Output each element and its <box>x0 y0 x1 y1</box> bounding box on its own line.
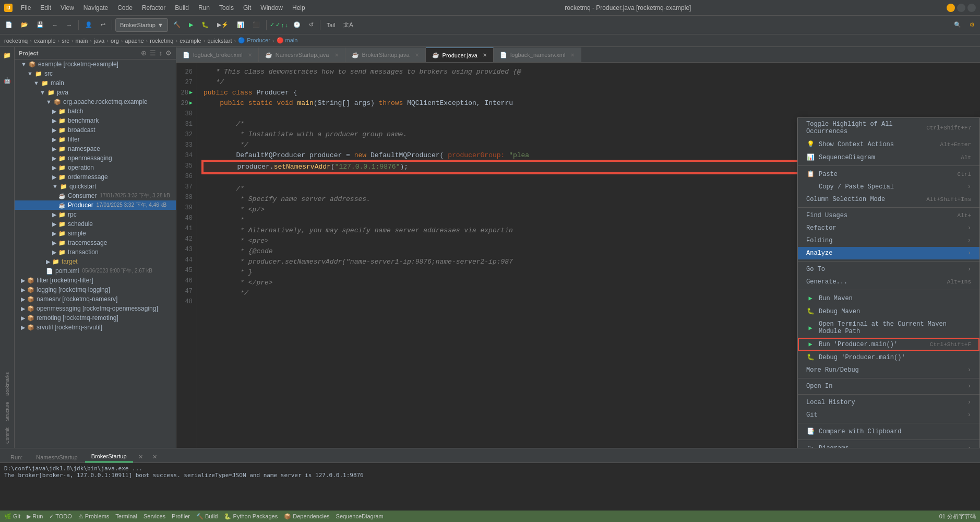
menu-build[interactable]: Build <box>171 3 193 13</box>
tree-producer[interactable]: ☕ Producer 17/01/2025 3:32 下午, 4.46 kB <box>15 200 176 210</box>
ctx-goto[interactable]: Go To › <box>798 263 979 276</box>
tree-logging-module[interactable]: ▶ 📦 logging [rocketmq-logging] <box>15 285 176 294</box>
tree-openmessaging[interactable]: ▶ 📁 openmessaging <box>15 153 176 163</box>
sort-icon[interactable]: ↕ <box>159 49 163 57</box>
breadcrumb-rocketmq2[interactable]: rocketmq <box>150 38 173 44</box>
menu-help[interactable]: Help <box>288 3 309 13</box>
ctx-folding[interactable]: Folding › <box>798 234 979 247</box>
tab-logback-namesrv[interactable]: 📄 logback_namesrv.xml ✕ <box>494 48 582 62</box>
tree-srvutil-module[interactable]: ▶ 📦 srvutil [rocketmq-srvutil] <box>15 323 176 332</box>
settings-sidebar-icon[interactable]: ⚙ <box>165 49 172 57</box>
back-button[interactable]: ← <box>49 18 61 32</box>
tree-ordermessage[interactable]: ▶ 📁 ordermessage <box>15 172 176 182</box>
tree-target[interactable]: ▶ 📁 target <box>15 257 176 266</box>
debug-button[interactable]: 🐛 <box>198 18 212 32</box>
ctx-generate[interactable]: Generate... Alt+Ins <box>798 276 979 288</box>
copilot-icon[interactable]: 🤖 <box>1 74 14 87</box>
status-services[interactable]: Services <box>144 513 165 519</box>
status-problems[interactable]: ⚠ Problems <box>78 513 110 520</box>
revert-button[interactable]: ↺ <box>306 18 317 32</box>
tree-filter-module[interactable]: ▶ 📦 filter [rocketmq-filter] <box>15 276 176 285</box>
status-python[interactable]: 🐍 Python Packages <box>224 513 278 520</box>
run-tab-broker[interactable]: BrokerStartup <box>85 451 133 462</box>
ctx-open-terminal[interactable]: ▶ Open Terminal at the Current Maven Mod… <box>798 318 979 338</box>
status-todo[interactable]: ✓ TODO <box>49 513 71 520</box>
menu-navigate[interactable]: Navigate <box>79 3 112 13</box>
tab-namesrv[interactable]: ☕ NamesrvStartup.java ✕ <box>259 48 345 62</box>
tree-transaction[interactable]: ▶ 📁 transaction <box>15 247 176 257</box>
ctx-local-history[interactable]: Local History › <box>798 396 979 409</box>
history-button[interactable]: 🕐 <box>290 18 304 32</box>
tree-benchmark[interactable]: ▶ 📁 benchmark <box>15 116 176 125</box>
ctx-refactor[interactable]: Refactor › <box>798 222 979 234</box>
user-icon-button[interactable]: 👤 <box>82 18 95 32</box>
status-build[interactable]: 🔨 Build <box>196 513 218 520</box>
status-sequence[interactable]: SequenceDiagram <box>336 513 384 519</box>
tree-batch[interactable]: ▶ 📁 batch <box>15 106 176 116</box>
ctx-analyze[interactable]: Analyze › <box>798 247 979 259</box>
tab-brokerstartup[interactable]: ☕ BrokerStartup.java ✕ <box>345 48 426 62</box>
ctx-debug-maven[interactable]: 🐛 Debug Maven <box>798 305 979 318</box>
translate-button[interactable]: 文A <box>340 18 356 32</box>
menu-run[interactable]: Run <box>194 3 214 13</box>
menu-git[interactable]: Git <box>239 3 255 13</box>
run-gutter-28[interactable]: ▶ <box>189 88 193 98</box>
project-icon[interactable]: 📁 <box>1 49 14 62</box>
run-gutter-29[interactable]: ▶ <box>189 98 193 109</box>
settings-icon[interactable]: ⚙ <box>966 18 978 32</box>
run-with-coverage-button[interactable]: ▶⚡ <box>214 18 232 32</box>
new-file-button[interactable]: 📄 <box>2 18 16 32</box>
menu-refactor[interactable]: Refactor <box>138 3 170 13</box>
menu-view[interactable]: View <box>56 3 78 13</box>
run-tab-namesrv[interactable]: NamesrvStartup <box>30 452 83 462</box>
tree-consumer[interactable]: ☕ Consumer 17/01/2025 3:32 下午, 3.28 kB <box>15 191 176 200</box>
menu-edit[interactable]: Edit <box>36 3 55 13</box>
close-tab-broker[interactable]: ✕ <box>415 52 419 58</box>
build-button[interactable]: 🔨 <box>170 18 184 32</box>
run-tab-run[interactable]: Run: <box>4 452 29 462</box>
maximize-button[interactable] <box>957 4 965 12</box>
breadcrumb-rocketmq[interactable]: rocketmq <box>4 38 28 44</box>
ctx-show-context-actions[interactable]: 💡 Show Context Actions Alt+Enter <box>798 138 979 151</box>
ctx-run-maven[interactable]: ▶ Run Maven <box>798 292 979 305</box>
breadcrumb-main-method[interactable]: 🔴 main <box>277 37 298 44</box>
ctx-compare-clipboard[interactable]: 📑 Compare with Clipboard <box>798 425 979 438</box>
status-profiler[interactable]: Profiler <box>172 513 190 519</box>
status-git[interactable]: 🌿 Git <box>4 513 20 520</box>
close-tab-namesrv[interactable]: ✕ <box>334 52 339 58</box>
tree-tracemessage[interactable]: ▶ 📁 tracemessage <box>15 238 176 247</box>
breadcrumb-org[interactable]: org <box>111 38 119 44</box>
tree-quickstart[interactable]: ▼ 📁 quickstart <box>15 182 176 191</box>
menu-code[interactable]: Code <box>113 3 137 13</box>
profile-button[interactable]: 📊 <box>234 18 247 32</box>
tree-pom[interactable]: 📄 pom.xml 05/06/2023 9:00 下午, 2.67 kB <box>15 266 176 276</box>
open-button[interactable]: 📂 <box>18 18 31 32</box>
bookmarks-label[interactable]: Bookmarks <box>4 370 11 398</box>
search-everywhere-button[interactable]: 🔍 <box>951 18 964 32</box>
forward-button[interactable]: → <box>63 18 75 32</box>
tree-package[interactable]: ▼ 📦 org.apache.rocketmq.example <box>15 97 176 106</box>
locate-icon[interactable]: ⊕ <box>141 49 147 57</box>
breadcrumb-src[interactable]: src <box>62 38 69 44</box>
tree-broadcast[interactable]: ▶ 📁 broadcast <box>15 125 176 135</box>
tab-logback-broker[interactable]: 📄 logback_broker.xml ✕ <box>176 48 259 62</box>
run-config-dropdown[interactable]: BrokerStartup ▼ <box>115 18 168 32</box>
tree-namesrv-module[interactable]: ▶ 📦 namesrv [rocketmq-namesrv] <box>15 294 176 304</box>
ctx-copy-paste-special[interactable]: Copy / Paste Special › <box>798 181 979 193</box>
breadcrumb-example2[interactable]: example <box>180 38 201 44</box>
breadcrumb-main[interactable]: main <box>76 38 88 44</box>
close-tab-producer[interactable]: ✕ <box>483 52 487 58</box>
tree-filter[interactable]: ▶ 📁 filter <box>15 135 176 144</box>
status-terminal[interactable]: Terminal <box>115 513 137 519</box>
tab-producer[interactable]: ☕ Producer.java ✕ <box>426 48 494 62</box>
undo-button[interactable]: ↩ <box>98 18 109 32</box>
tree-example-module[interactable]: ▼ 📦 example [rocketmq-example] <box>15 60 176 69</box>
menu-window[interactable]: Window <box>256 3 287 13</box>
menu-file[interactable]: File <box>17 3 35 13</box>
ctx-run-producer[interactable]: ▶ Run 'Producer.main()' Ctrl+Shift+F <box>798 338 979 351</box>
close-tab-logback[interactable]: ✕ <box>248 52 252 58</box>
stop-button[interactable]: ⬛ <box>249 18 263 32</box>
breadcrumb-producer[interactable]: 🔵 Producer <box>238 37 270 44</box>
ctx-find-usages[interactable]: Find Usages Alt+ <box>798 209 979 222</box>
tree-rpc[interactable]: ▶ 📁 rpc <box>15 210 176 219</box>
